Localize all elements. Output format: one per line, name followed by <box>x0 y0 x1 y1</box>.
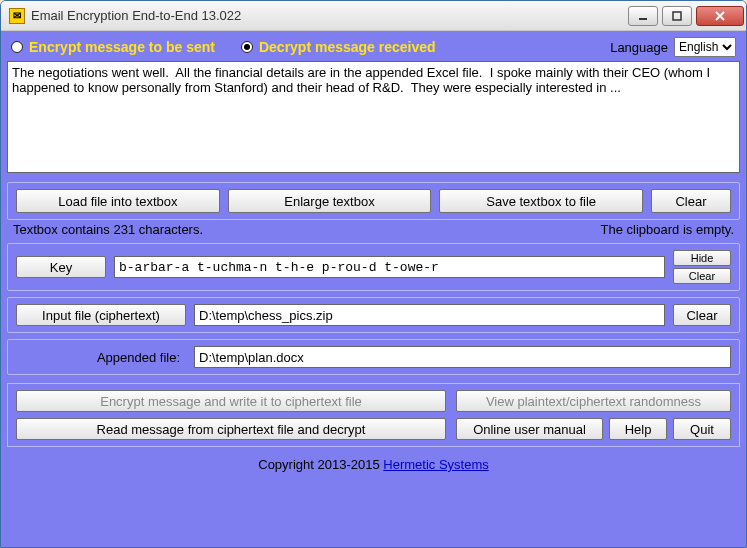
minimize-icon <box>638 11 648 21</box>
message-textbox[interactable]: The negotiations went well. All the fina… <box>7 61 740 173</box>
encrypt-write-button: Encrypt message and write it to cipherte… <box>16 390 446 412</box>
input-file-button[interactable]: Input file (ciphertext) <box>16 304 186 326</box>
clear-input-file-button[interactable]: Clear <box>673 304 731 326</box>
enlarge-textbox-button[interactable]: Enlarge textbox <box>228 189 432 213</box>
appended-file-panel: Appended file: <box>7 339 740 375</box>
copyright-text: Copyright 2013-2015 <box>258 457 383 472</box>
close-icon <box>714 11 726 21</box>
key-button[interactable]: Key <box>16 256 106 278</box>
language-select[interactable]: English <box>674 37 736 57</box>
radio-icon <box>241 41 253 53</box>
clear-key-button[interactable]: Clear <box>673 268 731 284</box>
decrypt-mode-label: Decrypt message received <box>259 39 436 55</box>
svg-rect-1 <box>673 12 681 20</box>
save-textbox-button[interactable]: Save textbox to file <box>439 189 643 213</box>
status-left: Textbox contains 231 characters. <box>13 222 203 237</box>
quit-button[interactable]: Quit <box>673 418 731 440</box>
minimize-button[interactable] <box>628 6 658 26</box>
mode-row: Encrypt message to be sent Decrypt messa… <box>7 35 740 61</box>
app-icon: ✉ <box>9 8 25 24</box>
status-line: Textbox contains 231 characters. The cli… <box>7 220 740 237</box>
view-randomness-button: View plaintext/ciphertext randomness <box>456 390 731 412</box>
key-input[interactable] <box>114 256 665 278</box>
titlebar: ✉ Email Encryption End-to-End 13.022 <box>1 1 746 31</box>
hermetic-link[interactable]: Hermetic Systems <box>383 457 488 472</box>
help-button[interactable]: Help <box>609 418 667 440</box>
appended-file-label: Appended file: <box>16 350 186 365</box>
read-decrypt-button[interactable]: Read message from ciphertext file and de… <box>16 418 446 440</box>
key-panel: Key Hide Clear <box>7 243 740 291</box>
load-file-button[interactable]: Load file into textbox <box>16 189 220 213</box>
maximize-icon <box>672 11 682 21</box>
clear-textbox-button[interactable]: Clear <box>651 189 731 213</box>
appended-file-field[interactable] <box>194 346 731 368</box>
encrypt-mode-label: Encrypt message to be sent <box>29 39 215 55</box>
language-label: Language <box>610 40 668 55</box>
close-button[interactable] <box>696 6 744 26</box>
footer: Copyright 2013-2015 Hermetic Systems <box>7 447 740 476</box>
status-right: The clipboard is empty. <box>601 222 734 237</box>
textbox-actions-panel: Load file into textbox Enlarge textbox S… <box>7 182 740 220</box>
language-block: Language English <box>610 37 736 57</box>
radio-icon <box>11 41 23 53</box>
decrypt-mode-radio[interactable]: Decrypt message received <box>241 39 436 55</box>
input-file-field[interactable] <box>194 304 665 326</box>
hide-key-button[interactable]: Hide <box>673 250 731 266</box>
window-title: Email Encryption End-to-End 13.022 <box>31 8 241 23</box>
actions-panel: Encrypt message and write it to cipherte… <box>7 383 740 447</box>
app-window: ✉ Email Encryption End-to-End 13.022 Enc… <box>0 0 747 548</box>
input-file-panel: Input file (ciphertext) Clear <box>7 297 740 333</box>
encrypt-mode-radio[interactable]: Encrypt message to be sent <box>11 39 215 55</box>
client-area: Encrypt message to be sent Decrypt messa… <box>1 31 746 547</box>
maximize-button[interactable] <box>662 6 692 26</box>
online-manual-button[interactable]: Online user manual <box>456 418 603 440</box>
